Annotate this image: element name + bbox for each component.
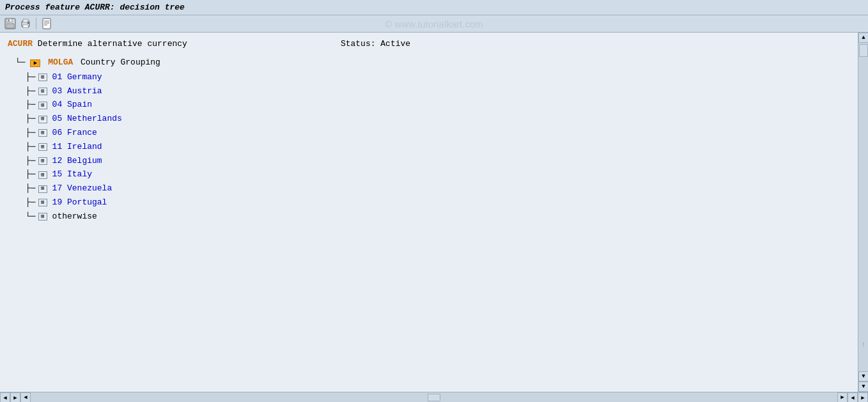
expand-icon-03[interactable]: ⊞: [38, 88, 47, 95]
svg-rect-5: [23, 19, 28, 22]
svg-rect-7: [27, 22, 29, 24]
title-text: Process feature ACURR: decision tree: [5, 3, 185, 12]
tree-root-line: └─ ▶ MOLGA Country Grouping: [15, 56, 850, 70]
vertical-scrollbar[interactable]: ▲ ⋮ ▼ ▼: [858, 33, 868, 392]
tree-node-06: ├─ ⊞ 06 France: [26, 127, 850, 140]
scroll-up-button[interactable]: ▲: [858, 33, 868, 43]
nav-left-button[interactable]: ◀: [0, 392, 10, 402]
node-label-04: 04 Spain: [52, 98, 92, 112]
node-label-17: 17 Venezuela: [52, 182, 112, 196]
expand-icon-otherwise[interactable]: ⊞: [38, 213, 47, 220]
scroll-thumb[interactable]: [859, 44, 868, 57]
left-nav-buttons: ◀ ▶: [0, 392, 20, 402]
nav-left2-button[interactable]: ◀: [848, 392, 858, 402]
tree-node-04: ├─ ⊞ 04 Spain: [26, 98, 850, 112]
node-label-03: 03 Austria: [52, 85, 102, 98]
node-label-19: 19 Portugal: [52, 196, 107, 210]
title-bar: Process feature ACURR: decision tree: [0, 0, 868, 15]
bottom-thumb[interactable]: [428, 394, 440, 401]
svg-rect-8: [43, 19, 50, 29]
print-icon[interactable]: [19, 17, 32, 30]
bottom-bar: ◀ ▶ ◀ ▶ ◀ ▶: [0, 392, 868, 402]
root-desc: Determine alternative currency: [38, 39, 187, 49]
node-label-15: 15 Italy: [52, 168, 92, 182]
main-area: ACURR Determine alternative currency Sta…: [0, 33, 868, 392]
horizontal-scrollbar[interactable]: ◀ ▶: [20, 392, 848, 402]
header-line: ACURR Determine alternative currency Sta…: [8, 39, 850, 49]
node-label-05: 05 Netherlands: [52, 112, 122, 126]
node-label-12: 12 Belgium: [52, 155, 102, 168]
expand-icon-19[interactable]: ⊞: [38, 199, 47, 206]
content-area: ACURR Determine alternative currency Sta…: [0, 33, 858, 392]
tree-node-03: ├─ ⊞ 03 Austria: [26, 85, 850, 98]
expand-icon-17[interactable]: ⊞: [38, 185, 47, 193]
scroll-down2-button[interactable]: ▼: [858, 382, 868, 392]
status-line: Status: Active: [341, 39, 410, 49]
nav-right2-button[interactable]: ▶: [858, 392, 868, 402]
molga-folder-icon[interactable]: ▶: [30, 59, 40, 67]
svg-rect-2: [6, 24, 14, 28]
tree-node-15: ├─ ⊞ 15 Italy: [26, 168, 850, 182]
resize-handle[interactable]: ⋮: [858, 342, 868, 346]
node-label-06: 06 France: [52, 127, 97, 140]
right-nav-buttons: ◀ ▶: [848, 392, 868, 402]
watermark: © www.tutorialkart.com: [385, 19, 483, 29]
tree-node-12: ├─ ⊞ 12 Belgium: [26, 155, 850, 168]
node-label-01: 01 Germany: [52, 71, 102, 84]
tree-node-otherwise: └─ ⊞ otherwise: [26, 210, 850, 224]
toolbar: © www.tutorialkart.com: [0, 15, 868, 33]
scroll-down-button[interactable]: ▼: [858, 371, 868, 382]
scroll-left-button[interactable]: ◀: [20, 392, 31, 403]
decision-tree: └─ ▶ MOLGA Country Grouping ├─ ⊞ 01 Germ…: [8, 56, 850, 224]
node-label-11: 11 Ireland: [52, 141, 102, 154]
expand-icon-05[interactable]: ⊞: [38, 116, 47, 123]
document-icon[interactable]: [40, 17, 53, 30]
expand-icon-06[interactable]: ⊞: [38, 129, 47, 137]
svg-rect-6: [23, 25, 28, 27]
tree-node-11: ├─ ⊞ 11 Ireland: [26, 141, 850, 154]
expand-icon-04[interactable]: ⊞: [38, 102, 47, 109]
expand-icon-01[interactable]: ⊞: [38, 73, 47, 81]
svg-rect-3: [8, 19, 10, 22]
expand-icon-12[interactable]: ⊞: [38, 157, 47, 165]
tree-node-05: ├─ ⊞ 05 Netherlands: [26, 112, 850, 126]
molga-desc: Country Grouping: [81, 58, 160, 67]
molga-code: MOLGA: [48, 58, 73, 67]
bottom-track[interactable]: [31, 393, 837, 402]
expand-icon-11[interactable]: ⊞: [38, 143, 47, 151]
node-label-otherwise: otherwise: [52, 210, 97, 224]
tree-children: ├─ ⊞ 01 Germany ├─ ⊞ 03 Austria ├─ ⊞ 04 …: [26, 71, 850, 224]
tree-node-01: ├─ ⊞ 01 Germany: [26, 71, 850, 84]
scroll-right-button[interactable]: ▶: [837, 392, 848, 403]
tree-node-19: ├─ ⊞ 19 Portugal: [26, 196, 850, 210]
save-icon[interactable]: [4, 17, 17, 30]
nav-right-button[interactable]: ▶: [10, 392, 20, 402]
expand-icon-15[interactable]: ⊞: [38, 171, 47, 179]
root-code: ACURR: [8, 39, 33, 49]
toolbar-separator: [36, 18, 36, 29]
scroll-track[interactable]: ⋮: [858, 43, 868, 371]
tree-node-17: ├─ ⊞ 17 Venezuela: [26, 182, 850, 196]
